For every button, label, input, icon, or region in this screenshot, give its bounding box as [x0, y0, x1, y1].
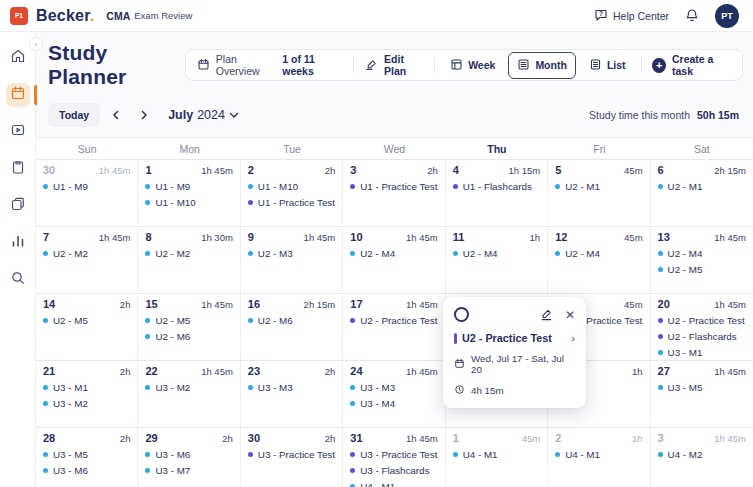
calendar-day-cell[interactable]: 302hU3 - Practice Test: [241, 428, 343, 487]
prev-month-button[interactable]: [104, 102, 128, 128]
calendar-day-cell[interactable]: 171h 45mU2 - Practice Test: [343, 294, 445, 361]
view-list-button[interactable]: List: [580, 52, 635, 79]
calendar-day-cell[interactable]: 282hU3 - M5U3 - M6: [36, 428, 138, 487]
calendar-day-cell[interactable]: 142hU2 - M5: [36, 294, 138, 361]
task-item[interactable]: U2 - M5: [658, 264, 746, 275]
help-center-button[interactable]: ? Help Center: [594, 8, 669, 24]
calendar-day-cell[interactable]: 151h 45mU2 - M5U2 - M6: [138, 294, 240, 361]
edit-task-icon[interactable]: [540, 308, 553, 321]
task-item[interactable]: U1 - M10: [145, 197, 232, 208]
calendar-day-cell[interactable]: 111hU2 - M4: [446, 227, 548, 294]
task-item[interactable]: U3 - M3: [248, 382, 335, 393]
task-item[interactable]: U2 - M5: [145, 315, 232, 326]
task-item[interactable]: U1 - M9: [145, 181, 232, 192]
task-item[interactable]: U2 - M3: [248, 248, 335, 259]
task-item[interactable]: U2 - M4: [350, 248, 437, 259]
task-item[interactable]: U3 - M2: [43, 398, 130, 409]
calendar-day-cell[interactable]: 145mU4 - M1: [446, 428, 548, 487]
calendar-day-cell[interactable]: 22hU1 - M10U1 - Practice Test: [241, 160, 343, 227]
task-item[interactable]: U2 - M1: [555, 181, 642, 192]
day-study-time: 1h 45m: [714, 366, 746, 377]
calendar-day-cell[interactable]: 212hU3 - M1U3 - M2: [36, 361, 138, 428]
calendar-day-cell[interactable]: 71h 45mU2 - M2: [36, 227, 138, 294]
task-item[interactable]: U4 - M1: [453, 449, 540, 460]
calendar-day-cell[interactable]: 271h 45mU3 - M5: [651, 361, 753, 428]
task-item[interactable]: U2 - Flashcards: [658, 331, 746, 342]
task-item[interactable]: U2 - M4: [453, 248, 540, 259]
task-item[interactable]: U4 - M1: [555, 449, 642, 460]
task-complete-checkbox[interactable]: [454, 307, 469, 322]
calendar-day-cell[interactable]: 162h 15mU2 - M6: [241, 294, 343, 361]
task-item[interactable]: U1 - M10: [248, 181, 335, 192]
sidebar-item-study-planner[interactable]: [6, 83, 30, 107]
task-item[interactable]: U1 - Flashcards: [453, 181, 540, 192]
task-item[interactable]: U3 - M5: [658, 382, 746, 393]
task-item[interactable]: U2 - M5: [43, 315, 130, 326]
task-item[interactable]: U3 - M1: [658, 347, 746, 358]
task-item[interactable]: U2 - M6: [248, 315, 335, 326]
task-item[interactable]: U3 - M3: [350, 382, 437, 393]
task-item[interactable]: U2 - M4: [555, 248, 642, 259]
task-item[interactable]: U3 - M7: [145, 465, 232, 476]
sidebar-expand-handle[interactable]: ›: [29, 37, 43, 51]
close-popup-icon[interactable]: ✕: [565, 309, 575, 321]
next-month-button[interactable]: [132, 102, 156, 128]
sidebar-item-course-player[interactable]: [6, 120, 30, 144]
view-week-button[interactable]: Week: [441, 52, 504, 79]
calendar-day-cell[interactable]: 232hU3 - M3: [241, 361, 343, 428]
calendar-day-cell[interactable]: 62h 15mU2 - M1: [651, 160, 753, 227]
calendar-day-cell[interactable]: 21hU4 - M1: [548, 428, 650, 487]
calendar-day-cell[interactable]: 101h 45mU2 - M4: [343, 227, 445, 294]
task-item[interactable]: U3 - Practice Test: [350, 449, 437, 460]
calendar-day-cell[interactable]: 201h 45mU2 - Practice TestU2 - Flashcard…: [651, 294, 753, 361]
calendar-day-cell[interactable]: 241h 45mU3 - M3U3 - M4: [343, 361, 445, 428]
notifications-bell-icon[interactable]: [685, 8, 699, 23]
task-item[interactable]: U4 - M2: [658, 449, 746, 460]
task-item[interactable]: U3 - Flashcards: [350, 465, 437, 476]
calendar-day-cell[interactable]: 32hU1 - Practice Test: [343, 160, 445, 227]
calendar-day-cell[interactable]: 131h 45mU2 - M4U2 - M5: [651, 227, 753, 294]
task-item[interactable]: U3 - M1: [43, 382, 130, 393]
task-item[interactable]: U1 - M9: [43, 181, 130, 192]
task-item[interactable]: U3 - M5: [43, 449, 130, 460]
create-task-button[interactable]: + Create a task: [641, 50, 742, 80]
calendar-day-cell[interactable]: 1245mU2 - M4: [548, 227, 650, 294]
month-selector[interactable]: July 2024: [168, 108, 239, 122]
calendar-day-cell[interactable]: 81h 30mU2 - M2: [138, 227, 240, 294]
task-item[interactable]: U1 - Practice Test: [248, 197, 335, 208]
calendar-day-cell[interactable]: 311h 45mU3 - Practice TestU3 - Flashcard…: [343, 428, 445, 487]
task-item[interactable]: U3 - Practice Test: [248, 449, 335, 460]
edit-plan-button[interactable]: Edit Plan: [354, 50, 434, 80]
view-month-button[interactable]: Month: [508, 52, 576, 79]
task-item[interactable]: U2 - M2: [43, 248, 130, 259]
task-item[interactable]: U2 - Practice Test: [350, 315, 437, 326]
task-item[interactable]: U2 - M1: [658, 181, 746, 192]
calendar-day-cell[interactable]: 91h 45mU2 - M3: [241, 227, 343, 294]
sidebar-item-performance[interactable]: [6, 231, 30, 255]
calendar-day-cell[interactable]: 545mU2 - M1: [548, 160, 650, 227]
task-item[interactable]: U2 - Practice Test: [658, 315, 746, 326]
task-item[interactable]: U2 - M4: [658, 248, 746, 259]
chevron-right-icon[interactable]: ›: [571, 333, 575, 344]
calendar-day-cell[interactable]: 31h 45mU4 - M2: [651, 428, 753, 487]
sidebar-item-flashcards[interactable]: [6, 194, 30, 218]
calendar-day-cell[interactable]: 221h 45mU3 - M2: [138, 361, 240, 428]
sidebar-item-home[interactable]: [6, 46, 30, 70]
task-item[interactable]: U2 - M6: [145, 331, 232, 342]
task-item[interactable]: U3 - M4: [350, 398, 437, 409]
calendar-day-cell[interactable]: 301h 45mU1 - M9: [36, 160, 138, 227]
today-button[interactable]: Today: [48, 103, 100, 127]
task-item[interactable]: U3 - M2: [145, 382, 232, 393]
avatar[interactable]: PT: [715, 4, 739, 28]
calendar-day-cell[interactable]: 41h 15mU1 - Flashcards: [446, 160, 548, 227]
task-item[interactable]: U2 - M2: [145, 248, 232, 259]
task-item[interactable]: U3 - M6: [145, 449, 232, 460]
plan-overview-button[interactable]: Plan Overview 1 of 11 weeks: [186, 50, 353, 80]
task-item[interactable]: U3 - M6: [43, 465, 130, 476]
calendar-day-cell[interactable]: 11h 45mU1 - M9U1 - M10: [138, 160, 240, 227]
sidebar-item-search[interactable]: [6, 268, 30, 292]
calendar-day-cell[interactable]: 292hU3 - M6U3 - M7: [138, 428, 240, 487]
sidebar-item-tasks[interactable]: [6, 157, 30, 181]
task-item[interactable]: U1 - Practice Test: [350, 181, 437, 192]
task-item[interactable]: U4 - M1: [350, 481, 437, 487]
